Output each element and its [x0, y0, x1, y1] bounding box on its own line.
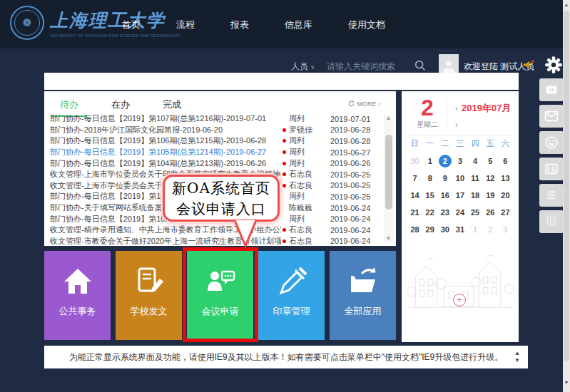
rail-text-button[interactable]: 值 [539, 184, 564, 207]
search-icon[interactable] [414, 59, 427, 72]
task-row[interactable]: 收文管理-稿件录用通知、中共上海市委教育工作领导工作小组办公室简报（2019年第… [50, 225, 380, 236]
side-rail: 值旧 [539, 78, 564, 233]
folder-icon [347, 267, 379, 295]
task-list-scrollbar[interactable]: ▲ ▼ [384, 115, 393, 242]
calendar-day[interactable]: 15 [424, 189, 437, 202]
window-scrollbar[interactable]: ▲ ▼ [563, 0, 570, 392]
more-link[interactable]: MORE › [347, 100, 381, 108]
university-seal-icon: ❁ [10, 6, 44, 40]
nav-item-home[interactable]: 首页 [118, 17, 145, 33]
calendar-day[interactable]: 17 [454, 189, 467, 202]
calendar-day[interactable]: 30 [409, 155, 422, 167]
scroll-up-icon[interactable]: ▲ [563, 2, 570, 7]
tile-school-dispatch[interactable]: 学校发文 [116, 251, 182, 340]
task-owner: 石志良 [289, 225, 330, 235]
calendar-day[interactable]: 25 [469, 206, 482, 219]
calendar-prev-icon[interactable]: ‹ [453, 103, 460, 113]
calendar-day[interactable]: 23 [439, 206, 452, 219]
notice-up-icon[interactable]: ▲ [514, 351, 520, 356]
task-row[interactable]: 部门协办-每日信息【2019】第107期(总第1216期)-2019-07-01… [50, 113, 380, 125]
calendar-day[interactable]: 13 [499, 172, 512, 185]
rail-monitor-button[interactable] [539, 78, 564, 101]
task-date: 2019-06-28 [330, 137, 380, 145]
calendar-day[interactable]: 14 [409, 189, 422, 202]
calendar-day[interactable]: 18 [469, 189, 482, 202]
task-row[interactable]: 收文管理-市教委会关于做好2020年上海一流研究生教育引领计划项目申报工作的通知… [50, 236, 380, 244]
calendar-day[interactable]: 4 [469, 155, 482, 167]
task-owner: 石志良 [289, 236, 330, 244]
calendar-day[interactable]: 3 [499, 223, 512, 236]
calendar-day[interactable]: 3 [454, 155, 467, 167]
calendar-day[interactable]: 16 [439, 189, 452, 202]
weekday-header: 五 [487, 138, 494, 149]
task-owner: 周列 [289, 147, 330, 158]
scroll-down-icon[interactable]: ▼ [384, 235, 393, 242]
calendar-day[interactable]: 11 [469, 172, 482, 185]
task-date: 2019-07-01 [330, 115, 380, 123]
rail-contact-card-button[interactable] [539, 158, 564, 180]
task-row[interactable]: 部门协办-每日信息【2019】第105期(总第1214期)-2019-06-27… [50, 147, 380, 158]
nav-item-report[interactable]: 报表 [226, 17, 253, 33]
task-date: 2019-06-25 [330, 181, 380, 190]
task-row[interactable]: 部门协办-2018年沪江国际文化园简报-2019-06-20罗锐佳2019-06… [50, 125, 380, 136]
rail-text-button[interactable]: 旧 [539, 210, 564, 233]
calendar-day[interactable]: 29 [424, 223, 437, 236]
rail-mail-button[interactable] [539, 105, 564, 128]
nav-item-docs[interactable]: 使用文档 [344, 17, 390, 33]
calendar-day[interactable]: 24 [454, 206, 467, 219]
add-event-button[interactable]: + [453, 294, 466, 306]
calendar-day[interactable]: 2 [484, 223, 497, 236]
calendar-day[interactable]: 2 [439, 155, 452, 167]
task-date: 2019-06-24 [330, 226, 380, 234]
tile-seal-management[interactable]: 印章管理 [258, 251, 325, 340]
scrollbar-thumb[interactable] [385, 135, 392, 210]
tile-meeting-apply[interactable]: 会议申请 [187, 251, 253, 340]
rail-robot-face-button[interactable] [539, 131, 564, 154]
calendar-day[interactable]: 7 [409, 172, 422, 185]
task-row[interactable]: 部门协办-每日信息【2019】第104期(总第1213期)-2019-06-26… [50, 158, 380, 169]
calendar-day[interactable]: 30 [439, 223, 452, 236]
notice-down-icon[interactable]: ▼ [514, 358, 520, 363]
calendar-day[interactable]: 26 [484, 206, 497, 219]
nav-item-flow[interactable]: 流程 [172, 17, 199, 33]
tile-all-apps[interactable]: 全部应用 [330, 251, 396, 340]
calendar-day[interactable]: 10 [454, 172, 467, 185]
nav-item-infobase[interactable]: 信息库 [280, 17, 317, 33]
search-input[interactable]: 请输入关键词搜索 [327, 61, 419, 73]
monitor-icon [544, 82, 559, 98]
gear-icon[interactable] [544, 56, 563, 74]
tile-public-affairs[interactable]: 公共事务 [44, 251, 111, 340]
calendar-day[interactable]: 20 [499, 189, 512, 202]
calendar-next-icon[interactable]: › [453, 120, 460, 130]
avatar[interactable] [439, 54, 459, 74]
calendar-day[interactable]: 12 [484, 172, 497, 185]
calendar-day[interactable]: 19 [484, 189, 497, 202]
calendar-day[interactable]: 1 [469, 223, 482, 236]
calendar-day[interactable]: 27 [499, 206, 512, 219]
calendar-day[interactable]: 28 [409, 223, 422, 236]
task-row[interactable]: 部门协办-每日信息【2019】第106期(总第1215期)-2019-06-28… [50, 135, 380, 147]
calendar-day-grid: 3012345678910111213141516171819202122232… [407, 153, 513, 238]
speaker-icon[interactable] [521, 57, 536, 73]
task-owner: 石志良 [289, 169, 330, 180]
calendar-day[interactable]: 8 [424, 172, 437, 185]
calendar-day[interactable]: 9 [439, 172, 452, 185]
calendar-day[interactable]: 5 [484, 155, 497, 167]
task-date: 2019-06-25 [330, 170, 380, 179]
calendar-day[interactable]: 31 [454, 223, 467, 236]
scroll-up-icon[interactable]: ▲ [384, 115, 393, 122]
unread-dot-icon [283, 228, 286, 232]
window-scrollbar-thumb[interactable] [564, 11, 569, 361]
calendar-day[interactable]: 21 [409, 206, 422, 219]
task-title: 收文管理-市教委会关于做好2020年上海一流研究生教育引领计划项目申报工作的通知… [50, 236, 281, 244]
callout-line2: 会议申请入口 [165, 199, 278, 220]
scroll-down-icon[interactable]: ▼ [563, 380, 570, 385]
task-date: 2019-06-25 [330, 192, 380, 201]
task-title: 部门协办-每日信息【2019】第104期(总第1213期)-2019-06-26 [50, 158, 281, 169]
calendar-day[interactable]: 1 [424, 155, 437, 167]
calendar-day[interactable]: 6 [499, 155, 512, 167]
search-scope-dropdown[interactable]: 人员∨ [291, 61, 315, 73]
person-icon [440, 57, 457, 74]
calendar-day[interactable]: 22 [424, 206, 437, 219]
task-date: 2019-06-27 [330, 148, 380, 157]
